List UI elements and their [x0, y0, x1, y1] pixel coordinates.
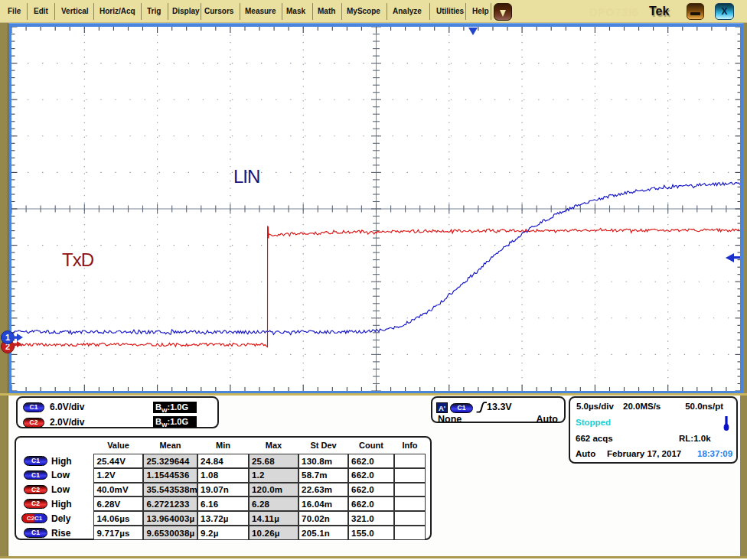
svg-text:1: 1 [5, 333, 10, 342]
